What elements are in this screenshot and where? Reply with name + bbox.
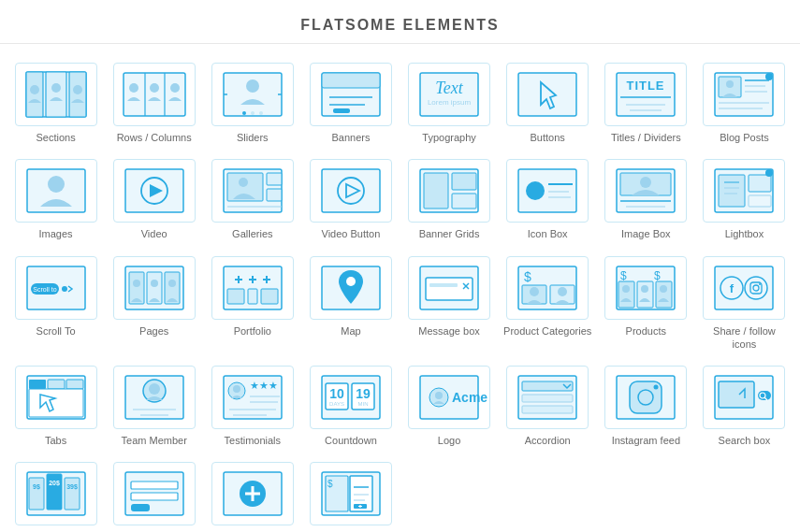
item-logo[interactable]: Acme Logo xyxy=(403,362,496,453)
svg-rect-130 xyxy=(48,380,65,389)
item-testimonials[interactable]: ★★★ Testimonials xyxy=(206,362,298,453)
banner-grids-icon xyxy=(416,165,482,216)
svg-text:$: $ xyxy=(327,479,333,489)
item-banners[interactable]: Banners xyxy=(304,59,397,150)
products-icon: $ $ xyxy=(613,263,678,313)
label-pages: Pages xyxy=(139,324,168,338)
item-lightbox[interactable]: Lightbox xyxy=(698,155,791,246)
item-accordion[interactable]: Accordion xyxy=(502,362,594,453)
tabs-icon xyxy=(23,372,89,423)
scroll-to-icon: Scroll to xyxy=(23,263,89,313)
svg-rect-131 xyxy=(66,380,83,389)
svg-point-16 xyxy=(251,111,255,115)
item-sliders[interactable]: Sliders xyxy=(206,59,298,150)
blog-posts-icon xyxy=(711,69,777,120)
item-team-member[interactable]: Team Member xyxy=(108,362,200,453)
svg-rect-57 xyxy=(424,173,448,208)
item-instagram-feed[interactable]: Instagram feed xyxy=(600,362,692,453)
item-banner-grids[interactable]: Banner Grids xyxy=(403,155,496,246)
svg-text:Scroll to: Scroll to xyxy=(33,286,56,293)
item-portfolio[interactable]: Portfolio xyxy=(206,252,298,357)
label-banners: Banners xyxy=(331,131,370,144)
forms-icon xyxy=(122,468,187,519)
label-map: Map xyxy=(341,324,360,338)
video-button-icon xyxy=(318,165,384,216)
svg-text:Acme: Acme xyxy=(452,390,487,405)
icon-titles-dividers: TITLE xyxy=(604,63,687,126)
item-forms[interactable]: Forms xyxy=(108,458,200,532)
label-logo: Logo xyxy=(438,434,460,447)
svg-rect-26 xyxy=(518,73,576,116)
sliders-icon xyxy=(220,69,285,120)
item-buttons[interactable]: Buttons xyxy=(502,59,594,150)
svg-text:★★★: ★★★ xyxy=(250,380,278,391)
item-image-box[interactable]: Image Box xyxy=(600,155,692,246)
svg-point-35 xyxy=(726,80,734,88)
svg-text:DAYS: DAYS xyxy=(329,401,344,407)
icon-pages xyxy=(113,256,196,320)
empty-cell-3 xyxy=(600,458,692,532)
item-blog-posts[interactable]: Blog Posts xyxy=(698,59,791,150)
icon-sections xyxy=(15,63,97,126)
item-countdown[interactable]: 10 19 DAYS MIN Countdown xyxy=(304,362,397,453)
galleries-icon xyxy=(220,165,285,216)
item-rows-columns[interactable]: Rows / Columns xyxy=(108,59,200,150)
item-galleries[interactable]: Galleries xyxy=(206,155,298,246)
empty-cell-1 xyxy=(403,458,496,532)
item-message-box[interactable]: Message box xyxy=(403,252,496,357)
label-banner-grids: Banner Grids xyxy=(419,227,480,240)
svg-rect-75 xyxy=(749,175,771,192)
svg-text:f: f xyxy=(730,281,735,295)
svg-rect-167 xyxy=(719,381,754,408)
item-images[interactable]: Images xyxy=(9,155,102,246)
item-flip-book[interactable]: $ Flip Book xyxy=(304,458,397,532)
item-sections[interactable]: Sections xyxy=(9,59,102,150)
icon-message-box xyxy=(408,256,490,320)
testimonials-icon: ★★★ xyxy=(220,372,285,423)
svg-text:TITLE: TITLE xyxy=(627,79,665,93)
svg-rect-71 xyxy=(719,175,745,207)
svg-rect-7 xyxy=(124,73,185,116)
item-icon-box[interactable]: Icon Box xyxy=(502,155,594,246)
svg-point-77 xyxy=(765,169,773,177)
label-buttons: Buttons xyxy=(531,131,565,144)
item-search-box[interactable]: Search box xyxy=(698,362,791,453)
icon-product-categories: $ xyxy=(506,256,589,320)
item-tabs[interactable]: Tabs xyxy=(9,362,102,453)
svg-point-43 xyxy=(48,176,65,193)
icon-flip-book: $ xyxy=(310,462,392,525)
item-pages[interactable]: Pages xyxy=(108,252,200,357)
svg-rect-50 xyxy=(267,173,282,185)
label-products: Products xyxy=(626,324,666,338)
icon-tabs xyxy=(15,366,97,429)
item-product-categories[interactable]: $ Product Categories xyxy=(502,252,594,357)
svg-point-67 xyxy=(640,177,651,188)
instagram-feed-icon xyxy=(613,372,678,423)
item-scroll-to[interactable]: Scroll to Scroll To xyxy=(9,252,102,357)
item-price-table[interactable]: 9$ 20$ 39$ Price table xyxy=(9,458,102,532)
svg-point-165 xyxy=(654,385,659,390)
svg-point-119 xyxy=(641,285,648,293)
label-images: Images xyxy=(39,227,73,240)
svg-rect-96 xyxy=(227,289,244,304)
icon-buttons xyxy=(506,63,589,126)
icon-typography: Text Lorem ipsum xyxy=(408,63,490,126)
item-video[interactable]: Video xyxy=(108,155,200,246)
item-video-button[interactable]: Video Button xyxy=(304,155,397,246)
item-map[interactable]: Map xyxy=(304,252,397,357)
item-typography[interactable]: Text Lorem ipsum Typography xyxy=(403,59,496,150)
svg-rect-103 xyxy=(429,283,458,287)
lightbox-icon xyxy=(711,165,777,216)
icon-products: $ $ xyxy=(604,256,687,320)
elements-grid: Sections Rows / Columns xyxy=(0,53,800,532)
item-titles-dividers[interactable]: TITLE Titles / Dividers xyxy=(600,59,692,150)
item-share-follow[interactable]: f Share / follow icons xyxy=(698,252,791,357)
svg-point-49 xyxy=(239,178,248,187)
svg-point-86 xyxy=(133,280,140,287)
item-hotspot[interactable]: Hotspot xyxy=(206,458,298,532)
label-team-member: Team Member xyxy=(122,434,187,447)
logo-icon: Acme xyxy=(416,372,482,423)
icon-image-box xyxy=(604,159,687,223)
item-products[interactable]: $ $ Products xyxy=(600,252,692,357)
svg-rect-22 xyxy=(333,108,350,113)
